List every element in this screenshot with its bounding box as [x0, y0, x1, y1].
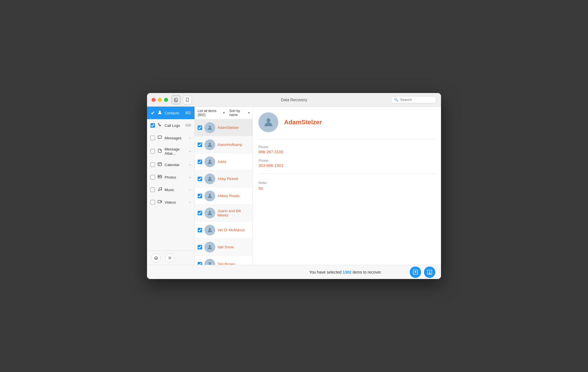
contact-item[interactable]: Adria	[195, 153, 252, 170]
svg-point-23	[266, 118, 270, 122]
titlebar-icons	[171, 95, 192, 104]
messages-label: Messages	[165, 136, 187, 140]
photos-icon	[157, 174, 162, 180]
contact-checkbox[interactable]	[198, 228, 202, 232]
contact-name: Abby Pickett	[218, 177, 238, 181]
videos-checkbox[interactable]	[150, 200, 155, 204]
sidebar-item-music[interactable]: Music --	[147, 183, 194, 196]
settings-button[interactable]	[165, 253, 174, 263]
svg-text:3: 3	[159, 164, 160, 166]
message-attachments-count: --	[189, 149, 191, 153]
contact-item[interactable]: AaronHofkamp	[195, 136, 252, 153]
videos-icon	[157, 199, 162, 205]
search-input[interactable]	[400, 98, 433, 102]
detail-header: AdamStelzer	[258, 112, 435, 137]
contact-item[interactable]: Abbey Roads	[195, 187, 252, 204]
bottom-bar-actions	[410, 266, 435, 278]
list-all-dropdown[interactable]: List all items (802) ▾	[198, 109, 225, 117]
videos-label: Videos	[165, 200, 187, 204]
maximize-button[interactable]	[164, 98, 168, 102]
detail-note-value: Nc	[258, 186, 435, 191]
titlebar-title: Data Recovery	[281, 98, 307, 102]
sidebar-item-call-logs[interactable]: Call Logs 500	[147, 119, 194, 132]
copy-icon-button[interactable]	[171, 95, 181, 104]
svg-rect-12	[158, 201, 161, 203]
list-all-label: List all items (802)	[198, 109, 222, 117]
device-icon-button[interactable]	[183, 95, 192, 104]
detail-name: AdamStelzer	[284, 119, 322, 126]
contact-name: AaronHofkamp	[218, 142, 242, 147]
restore-icon	[413, 269, 418, 275]
contact-checkbox[interactable]	[198, 245, 202, 249]
svg-point-11	[161, 189, 162, 190]
sort-chevron-icon: ▾	[248, 111, 250, 114]
detail-avatar	[258, 112, 278, 132]
detail-phone1-value: 866-267-3100	[258, 150, 435, 154]
contact-checkbox[interactable]	[198, 211, 202, 215]
contact-item[interactable]: Joann and Bill Meeks	[195, 204, 252, 222]
restore-button[interactable]	[410, 266, 421, 278]
call-logs-icon	[157, 123, 162, 128]
bottom-bar: You have selected 1302 items to recover.	[147, 265, 441, 279]
music-checkbox[interactable]	[150, 187, 155, 192]
calendar-checkbox[interactable]	[150, 162, 155, 167]
avatar	[204, 139, 215, 150]
avatar	[204, 191, 215, 201]
contacts-count: 802	[185, 111, 191, 115]
contact-item[interactable]: Vail Snow	[195, 239, 252, 256]
messages-count: --	[189, 136, 191, 140]
photos-label: Photos	[165, 175, 187, 179]
svg-point-17	[209, 177, 211, 179]
sort-dropdown[interactable]: Sort by name ▾	[229, 109, 250, 117]
detail-divider2	[258, 173, 435, 174]
contact-item[interactable]: Vet Dr McManus	[195, 222, 252, 239]
contact-item[interactable]: AdamStelzer	[195, 119, 252, 136]
traffic-lights	[152, 98, 168, 102]
call-logs-checkbox[interactable]	[150, 123, 155, 128]
home-button[interactable]	[152, 253, 161, 263]
detail-divider	[258, 139, 435, 139]
photos-checkbox[interactable]	[150, 175, 155, 179]
detail-avatar-image	[262, 116, 274, 128]
contact-list: AdamStelzer AaronHofkamp Adria	[195, 119, 252, 265]
sidebar-item-contacts[interactable]: Contacts 802	[147, 107, 194, 119]
sidebar-item-calendar[interactable]: 3 Calendar --	[147, 158, 194, 171]
contact-checkbox[interactable]	[198, 262, 202, 265]
contact-checkbox[interactable]	[198, 194, 202, 198]
app-window: Data Recovery 🔍 Contacts 802	[147, 93, 441, 279]
svg-point-15	[209, 142, 211, 144]
sidebar-item-photos[interactable]: Photos --	[147, 171, 194, 183]
list-toolbar: List all items (802) ▾ Sort by name ▾	[195, 107, 252, 119]
contact-name: Vet Dr McManus	[218, 228, 245, 232]
contact-list-panel: List all items (802) ▾ Sort by name ▾ Ad…	[195, 107, 253, 265]
message-attachments-checkbox[interactable]	[150, 149, 155, 154]
contact-checkbox[interactable]	[198, 160, 202, 164]
contacts-checkbox[interactable]	[150, 111, 155, 115]
messages-checkbox[interactable]	[150, 136, 155, 140]
contact-item[interactable]: Teri Rosen	[195, 256, 252, 265]
sidebar-item-videos[interactable]: Videos --	[147, 196, 194, 208]
svg-rect-5	[158, 136, 162, 139]
music-label: Music	[165, 188, 187, 192]
close-button[interactable]	[152, 98, 156, 102]
sidebar-item-message-attachments[interactable]: Message Attac... --	[147, 144, 194, 158]
message-attachments-label: Message Attac...	[165, 147, 187, 156]
svg-point-20	[209, 228, 211, 230]
export-button[interactable]	[424, 266, 435, 278]
sidebar-item-messages[interactable]: Messages --	[147, 132, 194, 144]
search-box[interactable]: 🔍	[391, 96, 436, 103]
avatar	[204, 225, 215, 235]
contact-item[interactable]: Abby Pickett	[195, 170, 252, 187]
avatar	[204, 259, 215, 265]
contact-checkbox[interactable]	[198, 125, 202, 130]
svg-rect-1	[175, 98, 177, 101]
contact-checkbox[interactable]	[198, 177, 202, 181]
contacts-icon	[157, 110, 162, 116]
avatar	[204, 173, 215, 184]
videos-count: --	[189, 200, 191, 204]
detail-phone2-label: Phone	[258, 159, 435, 163]
list-all-chevron-icon: ▾	[223, 111, 225, 114]
svg-point-3	[187, 101, 188, 101]
minimize-button[interactable]	[158, 98, 162, 102]
contact-checkbox[interactable]	[198, 142, 202, 147]
